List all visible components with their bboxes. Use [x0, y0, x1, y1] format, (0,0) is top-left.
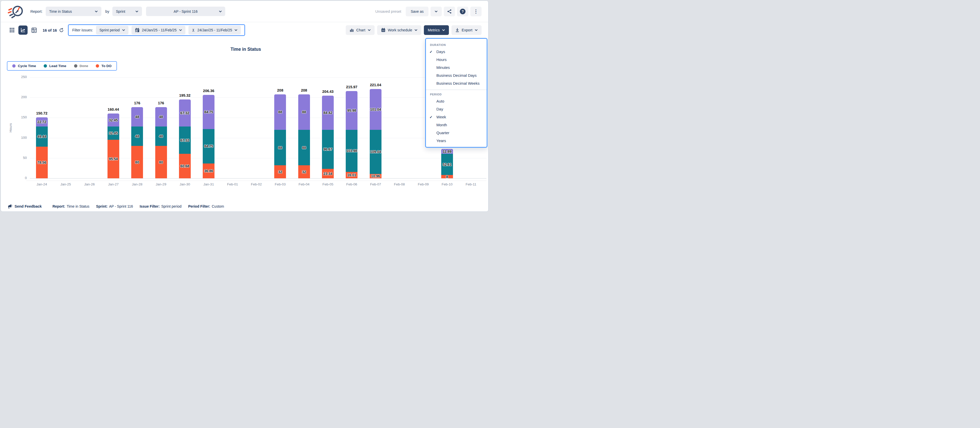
send-feedback-button[interactable]: Send Feedback	[7, 204, 41, 209]
y-tick-label: 150	[14, 115, 27, 119]
bar-segment-to-do[interactable]: 8	[441, 175, 453, 178]
bar-segment-lead-time[interactable]: 48	[155, 127, 167, 146]
metrics-dropdown-menu: DURATION✓DaysHoursMinutesBusiness Decima…	[425, 38, 487, 148]
bar-segment-lead-time[interactable]: 84.75	[203, 129, 215, 163]
view-chart-button-selected[interactable]	[18, 25, 27, 35]
sprint-select[interactable]: AP - Sprint 116	[146, 6, 225, 16]
chart-type-button[interactable]: Chart	[346, 25, 374, 35]
legend-dot	[74, 64, 77, 68]
menu-item-years[interactable]: Years	[426, 137, 487, 144]
menu-item-days[interactable]: ✓Days	[426, 48, 487, 55]
bar-segment-cycle-time[interactable]: 88	[274, 94, 286, 130]
bar-segment-cycle-time[interactable]: 95.98	[346, 91, 358, 130]
footer-meta-label: Issue Filter:	[140, 204, 160, 208]
bar-segment-cycle-time[interactable]: 101.04	[370, 89, 382, 130]
stacked-bar-jan-28[interactable]: 484880	[131, 107, 143, 178]
y-tick-label: 250	[14, 75, 27, 79]
chevron-down-icon	[414, 29, 417, 31]
more-options-button[interactable]: ⋮	[470, 6, 482, 16]
work-schedule-button[interactable]: Work schedule	[377, 25, 422, 35]
stacked-bar-jan-27[interactable]: 32.4532.4595.54	[108, 114, 119, 178]
bar-segment-cycle-time[interactable]: 22.72	[36, 117, 48, 127]
bar-segment-to-do[interactable]: 95.54	[108, 140, 119, 178]
stacked-bar-feb-06[interactable]: 95.98103.9816.01	[346, 91, 358, 178]
bar-segment-to-do[interactable]: 32	[274, 165, 286, 178]
bar-segment-lead-time[interactable]: 96.67	[322, 130, 334, 169]
bar-segment-cycle-time[interactable]: 84.42	[322, 96, 334, 130]
bar-segment-cycle-time[interactable]: 67.32	[179, 100, 191, 127]
x-tick-label: Feb-06	[340, 182, 364, 186]
bar-segment-to-do[interactable]: 80	[155, 146, 167, 178]
bar-segment-cycle-time[interactable]: 84.75	[203, 95, 215, 129]
app-window: Report: Time in Status by Sprint AP - Sp…	[0, 0, 488, 212]
bar-segment-to-do[interactable]: 10.96	[370, 174, 382, 178]
report-select[interactable]: Time in Status	[46, 6, 101, 16]
stacked-bar-feb-10[interactable]: 11.8952.618	[441, 149, 453, 178]
x-tick-label: Jan-31	[197, 182, 221, 186]
stacked-bar-jan-29[interactable]: 484880	[155, 107, 167, 178]
share-button[interactable]	[444, 6, 455, 16]
bar-segment-cycle-time[interactable]: 11.89	[441, 149, 453, 154]
menu-item-quarter[interactable]: Quarter	[426, 129, 487, 137]
stacked-bar-feb-07[interactable]: 101.04109.0410.96	[370, 89, 382, 178]
menu-item-hours[interactable]: Hours	[426, 55, 487, 63]
bar-segment-lead-time[interactable]: 67.32	[179, 127, 191, 154]
checkmark-icon: ✓	[430, 115, 436, 119]
legend-label: Done	[80, 64, 88, 68]
view-grid-button[interactable]	[7, 25, 17, 35]
menu-item-business-decimal-weeks[interactable]: Business Decimal Weeks	[426, 79, 487, 87]
stacked-bar-feb-03[interactable]: 888832	[274, 94, 286, 178]
bar-segment-lead-time[interactable]: 48	[131, 127, 143, 146]
help-button[interactable]: ?	[457, 6, 468, 16]
legend-item-to-do[interactable]: To DO	[96, 64, 111, 68]
checkmark-icon: ✓	[430, 50, 436, 54]
stacked-bar-jan-24[interactable]: 22.7249.4478.56	[36, 117, 48, 178]
bar-segment-to-do[interactable]: 36.86	[203, 163, 215, 178]
legend-item-lead-time[interactable]: Lead Time	[44, 64, 67, 68]
trim-period-date-select[interactable]: ✂ 24/Jan/25 - 11/Feb/25	[188, 26, 241, 35]
sprint-period-date-select[interactable]: 24/Jan/25 - 11/Feb/25	[132, 26, 185, 35]
bar-segment-to-do[interactable]: 16.01	[346, 172, 358, 178]
menu-item-week[interactable]: ✓Week	[426, 113, 487, 121]
issue-filter-select[interactable]: Sprint period	[96, 26, 128, 35]
refresh-button[interactable]	[59, 28, 64, 33]
footer-meta-value: Custom	[212, 204, 224, 208]
bar-segment-cycle-time[interactable]: 48	[131, 107, 143, 127]
bar-segment-cycle-time[interactable]: 48	[155, 107, 167, 127]
menu-item-minutes[interactable]: Minutes	[426, 63, 487, 71]
bar-segment-lead-time[interactable]: 103.98	[346, 130, 358, 172]
menu-item-auto[interactable]: Auto	[426, 97, 487, 105]
footer-meta-item: Period Filter:Custom	[188, 204, 224, 208]
bar-segment-to-do[interactable]: 78.56	[36, 147, 48, 178]
bar-segment-lead-time[interactable]: 88	[274, 130, 286, 165]
bar-segment-to-do[interactable]: 32	[298, 165, 310, 178]
bar-segment-lead-time[interactable]: 32.45	[108, 127, 119, 139]
metrics-button[interactable]: Metrics	[424, 25, 449, 35]
bar-segment-cycle-time[interactable]: 32.45	[108, 114, 119, 127]
bar-segment-lead-time[interactable]: 49.44	[36, 127, 48, 146]
save-as-caret-button[interactable]	[431, 6, 442, 16]
menu-item-day[interactable]: Day	[426, 105, 487, 113]
save-as-button[interactable]: Save as	[406, 6, 428, 16]
bar-segment-lead-time[interactable]: 52.61	[441, 154, 453, 175]
bar-segment-lead-time[interactable]: 88	[298, 130, 310, 165]
bar-segment-to-do[interactable]: 80	[131, 146, 143, 178]
stacked-bar-feb-05[interactable]: 84.4296.6723.34	[322, 96, 334, 178]
menu-item-business-decimal-days[interactable]: Business Decimal Days	[426, 71, 487, 79]
export-button[interactable]: Export	[452, 25, 482, 35]
menu-item-month[interactable]: Month	[426, 121, 487, 129]
stacked-bar-jan-30[interactable]: 67.3267.3260.68	[179, 100, 191, 178]
stacked-bar-feb-04[interactable]: 888832	[298, 94, 310, 178]
x-tick-label: Jan-30	[173, 182, 197, 186]
bar-segment-to-do[interactable]: 23.34	[322, 169, 334, 178]
x-tick-label: Feb-08	[388, 182, 411, 186]
bar-segment-to-do[interactable]: 60.68	[179, 154, 191, 178]
stacked-bar-jan-31[interactable]: 84.7584.7536.86	[203, 95, 215, 178]
group-by-select[interactable]: Sprint	[112, 6, 142, 16]
bar-segment-cycle-time[interactable]: 88	[298, 94, 310, 130]
y-tick-label: 100	[14, 136, 27, 139]
view-pivot-button[interactable]	[29, 25, 38, 35]
bar-segment-lead-time[interactable]: 109.04	[370, 130, 382, 174]
legend-item-done[interactable]: Done	[74, 64, 88, 68]
legend-item-cycle-time[interactable]: Cycle Time	[12, 64, 36, 68]
